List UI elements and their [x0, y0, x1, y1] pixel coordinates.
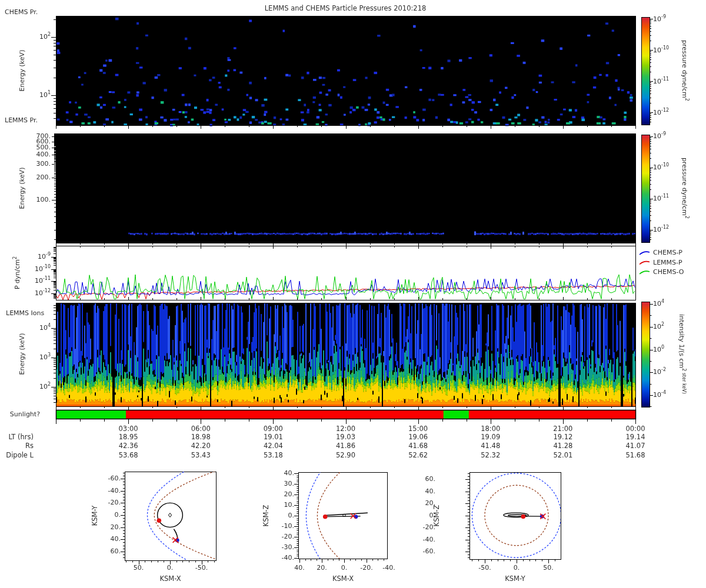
plots-canvas — [0, 0, 706, 588]
chart-title: LEMMS and CHEMS Particle Pressures 2010:… — [265, 4, 427, 12]
particle-pressure-plot-page: LEMMS and CHEMS Particle Pressures 2010:… — [0, 0, 706, 588]
